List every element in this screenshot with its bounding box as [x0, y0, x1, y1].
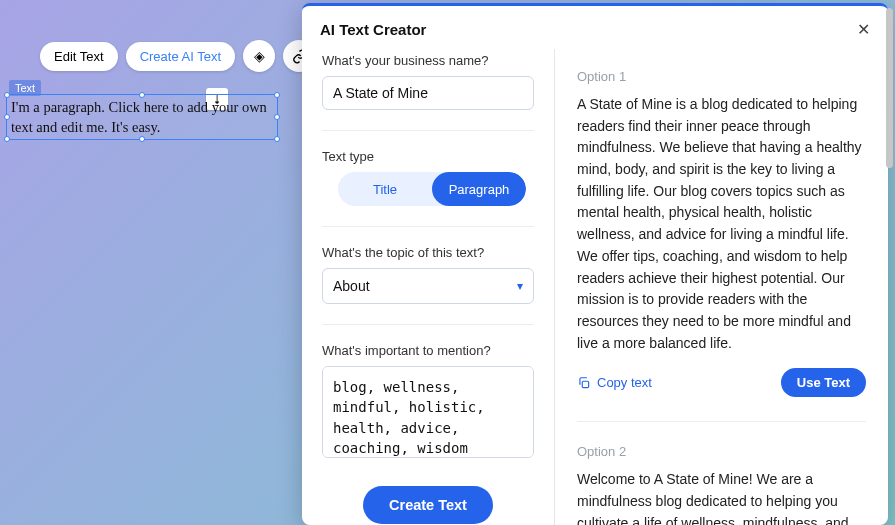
svg-rect-0 [582, 381, 588, 387]
chevron-down-icon: ▾ [517, 279, 523, 293]
resize-handle[interactable] [4, 92, 10, 98]
resize-handle[interactable] [274, 92, 280, 98]
close-icon[interactable]: ✕ [857, 20, 870, 39]
edit-text-button[interactable]: Edit Text [40, 42, 118, 71]
text-type-label: Text type [322, 149, 534, 164]
resize-handle[interactable] [4, 136, 10, 142]
segment-paragraph[interactable]: Paragraph [432, 172, 526, 206]
create-ai-text-button[interactable]: Create AI Text [126, 42, 235, 71]
topic-select[interactable]: About ▾ [322, 268, 534, 304]
resize-handle[interactable] [274, 136, 280, 142]
option-body: Welcome to A State of Mine! We are a min… [577, 469, 866, 525]
important-label: What's important to mention? [322, 343, 534, 358]
resize-handle[interactable] [139, 136, 145, 142]
animation-icon[interactable]: ◈ [243, 40, 275, 72]
selected-text-block[interactable]: I'm a paragraph. Click here to add your … [6, 94, 278, 140]
resize-handle[interactable] [4, 114, 10, 120]
ai-text-creator-panel: AI Text Creator ✕ What's your business n… [302, 3, 888, 525]
option-label: Option 1 [577, 69, 866, 84]
topic-value: About [333, 278, 370, 294]
segment-title[interactable]: Title [338, 172, 432, 206]
important-textarea[interactable]: blog, wellness, mindful, holistic, healt… [322, 366, 534, 458]
business-name-input[interactable] [322, 76, 534, 110]
resize-handle[interactable] [139, 92, 145, 98]
option-label: Option 2 [577, 444, 866, 459]
copy-text-label: Copy text [597, 375, 652, 390]
use-text-button[interactable]: Use Text [781, 368, 866, 397]
panel-title: AI Text Creator [320, 21, 426, 38]
placeholder-text: I'm a paragraph. Click here to add your … [11, 99, 267, 135]
topic-label: What's the topic of this text? [322, 245, 534, 260]
resize-handle[interactable] [274, 114, 280, 120]
option-body: A State of Mine is a blog dedicated to h… [577, 94, 866, 354]
business-name-label: What's your business name? [322, 53, 534, 68]
create-text-button[interactable]: Create Text [363, 486, 493, 524]
copy-text-link[interactable]: Copy text [577, 375, 652, 390]
copy-icon [577, 376, 591, 390]
